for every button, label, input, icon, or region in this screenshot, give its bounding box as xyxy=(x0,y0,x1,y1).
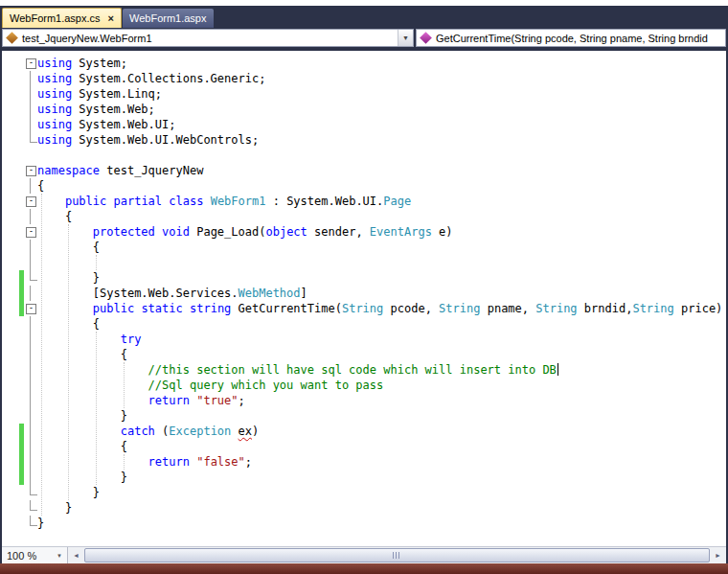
breakpoint-margin[interactable] xyxy=(2,255,19,270)
document-tab[interactable]: WebForm1.aspx.cs× xyxy=(2,8,122,28)
close-icon[interactable]: × xyxy=(108,13,114,24)
code-line[interactable] xyxy=(2,255,726,270)
code-line[interactable]: { xyxy=(2,240,726,255)
code-line[interactable]: using System.Collections.Generic; xyxy=(2,71,726,86)
collapse-toggle[interactable]: - xyxy=(26,304,36,314)
code-line[interactable]: [System.Web.Services.WebMethod] xyxy=(2,286,726,301)
breakpoint-margin[interactable] xyxy=(2,132,19,148)
breakpoint-margin[interactable] xyxy=(2,240,19,255)
breakpoint-margin[interactable] xyxy=(2,424,19,439)
code-token: } xyxy=(37,501,72,515)
breakpoint-margin[interactable] xyxy=(2,439,19,454)
collapse-toggle[interactable]: - xyxy=(26,196,36,207)
chevron-down-icon[interactable]: ▼ xyxy=(398,30,413,46)
outline-line xyxy=(30,255,31,270)
zoom-control[interactable]: 100 % ▼ xyxy=(2,547,68,563)
code-line[interactable]: { xyxy=(2,178,726,194)
code-line[interactable]: } xyxy=(2,270,726,286)
code-line[interactable]: { xyxy=(2,347,726,362)
outline-line xyxy=(30,454,31,470)
breakpoint-margin[interactable] xyxy=(2,117,19,132)
scroll-left-button[interactable]: ◄ xyxy=(68,547,84,563)
code-token: { xyxy=(37,440,127,453)
code-line[interactable]: catch (Exception ex) xyxy=(2,424,726,439)
code-line[interactable]: using System.Web.UI.WebControls; xyxy=(2,132,726,148)
breakpoint-margin[interactable] xyxy=(2,454,19,470)
outlining-margin xyxy=(25,286,37,301)
members-dropdown[interactable]: GetCurrentTime(String pcode, String pnam… xyxy=(416,29,726,47)
breakpoint-margin[interactable] xyxy=(2,286,19,301)
breakpoint-margin[interactable] xyxy=(2,378,19,393)
change-tracking-bar xyxy=(19,454,24,470)
outlining-margin xyxy=(25,347,37,362)
collapse-toggle[interactable]: - xyxy=(26,227,36,238)
code-line[interactable]: //Sql query which you want to pass xyxy=(2,378,726,393)
breakpoint-margin[interactable] xyxy=(2,470,19,485)
code-token xyxy=(231,425,238,438)
breakpoint-margin[interactable] xyxy=(2,500,19,516)
code-line[interactable]: - public partial class WebForm1 : System… xyxy=(2,194,726,209)
outline-end xyxy=(30,485,37,495)
code-line[interactable] xyxy=(2,148,726,163)
code-line[interactable]: -namespace test_JqueryNew xyxy=(2,163,726,178)
outlining-margin: - xyxy=(25,56,37,71)
breakpoint-margin[interactable] xyxy=(2,408,19,424)
collapse-toggle[interactable]: - xyxy=(26,166,36,176)
horizontal-scrollbar[interactable] xyxy=(84,548,710,563)
code-line[interactable]: - protected void Page_Load(object sender… xyxy=(2,224,726,240)
scroll-right-button[interactable]: ► xyxy=(710,547,726,563)
code-token: System.Collections.Generic; xyxy=(72,72,265,85)
code-line[interactable]: return "false"; xyxy=(2,454,726,470)
breakpoint-margin[interactable] xyxy=(2,332,19,347)
breakpoint-margin[interactable] xyxy=(2,301,19,316)
code-line[interactable]: return "true"; xyxy=(2,393,726,408)
code-line[interactable]: { xyxy=(2,439,726,454)
code-line[interactable]: } xyxy=(2,470,726,485)
breakpoint-margin[interactable] xyxy=(2,224,19,240)
breakpoint-margin[interactable] xyxy=(2,102,19,117)
code-line[interactable]: //this section will have sql code which … xyxy=(2,362,726,378)
code-line[interactable]: } xyxy=(2,485,726,500)
outline-line xyxy=(30,209,31,224)
code-token xyxy=(37,333,121,346)
breakpoint-margin[interactable] xyxy=(2,71,19,86)
breakpoint-margin[interactable] xyxy=(2,86,19,102)
code-line[interactable]: using System.Web; xyxy=(2,102,726,117)
code-line[interactable]: using System.Linq; xyxy=(2,86,726,102)
breakpoint-margin[interactable] xyxy=(2,270,19,286)
breakpoint-margin[interactable] xyxy=(2,148,19,163)
code-line[interactable]: { xyxy=(2,316,726,332)
code-line[interactable]: -using System; xyxy=(2,56,726,71)
breakpoint-margin[interactable] xyxy=(2,209,19,224)
breakpoint-margin[interactable] xyxy=(2,393,19,408)
code-line[interactable]: { xyxy=(2,209,726,224)
document-tab[interactable]: WebForm1.aspx xyxy=(123,9,214,28)
outline-end xyxy=(30,270,37,281)
outlining-margin xyxy=(25,332,37,347)
code-line[interactable]: try xyxy=(2,332,726,347)
breakpoint-margin[interactable] xyxy=(2,362,19,378)
outlining-margin: - xyxy=(25,163,37,178)
breakpoint-margin[interactable] xyxy=(2,163,19,178)
breakpoint-margin[interactable] xyxy=(2,485,19,500)
breakpoint-margin[interactable] xyxy=(2,56,19,71)
outline-line xyxy=(30,102,31,117)
code-line[interactable]: } xyxy=(2,408,726,424)
breakpoint-margin[interactable] xyxy=(2,194,19,209)
scrollbar-thumb[interactable] xyxy=(84,548,710,563)
collapse-toggle[interactable]: - xyxy=(26,58,36,69)
code-text: using System.Web; xyxy=(37,102,155,117)
code-line[interactable]: - public static string GetCurrentTime(St… xyxy=(2,301,726,316)
breakpoint-margin[interactable] xyxy=(2,516,19,531)
code-line[interactable]: using System.Web.UI; xyxy=(2,117,726,132)
types-dropdown[interactable]: test_JqueryNew.WebForm1 ▼ xyxy=(2,29,414,47)
breakpoint-margin[interactable] xyxy=(2,347,19,362)
breakpoint-margin[interactable] xyxy=(2,178,19,194)
code-line[interactable]: } xyxy=(2,500,726,516)
change-tracking-bar xyxy=(19,500,24,516)
code-text: { xyxy=(37,178,44,194)
code-text: using System.Web.UI.WebControls; xyxy=(37,132,259,148)
ide-window: WebForm1.aspx.cs×WebForm1.aspx test_Jque… xyxy=(0,6,728,574)
breakpoint-margin[interactable] xyxy=(2,316,19,332)
code-line[interactable]: } xyxy=(2,516,726,531)
